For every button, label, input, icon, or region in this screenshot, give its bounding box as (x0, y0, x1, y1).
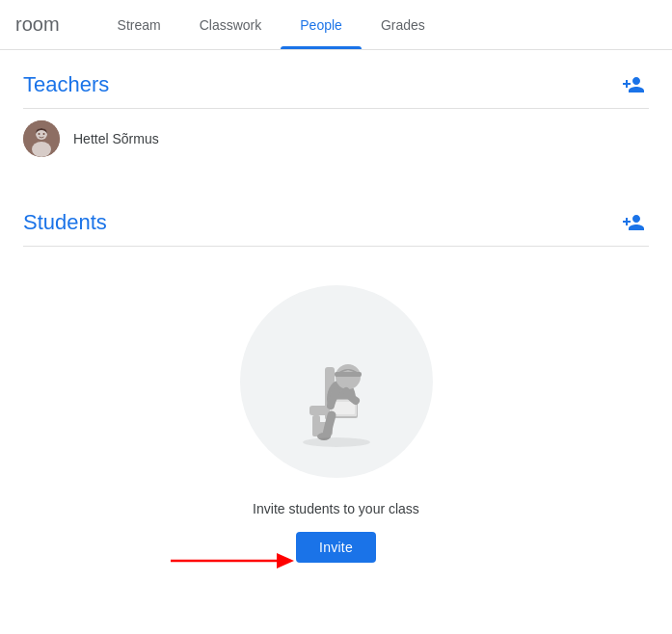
add-student-icon (622, 211, 645, 234)
nav: Stream Classwork People Grades (98, 0, 444, 49)
students-empty-state: Invite students to your class Invite (23, 247, 649, 582)
header: room Stream Classwork People Grades (0, 0, 672, 50)
empty-state-illustration (269, 314, 404, 449)
teacher-name: Hettel Sõrmus (73, 131, 159, 146)
arrow-annotation (171, 542, 296, 580)
students-section: Students (23, 188, 649, 582)
svg-point-2 (32, 142, 51, 157)
add-person-icon (622, 73, 645, 96)
nav-item-grades[interactable]: Grades (362, 0, 444, 49)
students-title: Students (23, 210, 107, 235)
teachers-section-header: Teachers (23, 50, 649, 109)
svg-marker-18 (277, 553, 294, 568)
avatar-image (23, 120, 60, 157)
invite-button[interactable]: Invite (296, 532, 376, 563)
empty-state-text: Invite students to your class (253, 501, 419, 516)
nav-item-stream[interactable]: Stream (98, 0, 180, 49)
nav-item-classwork[interactable]: Classwork (180, 0, 282, 49)
svg-point-16 (303, 437, 370, 447)
empty-illustration (240, 285, 433, 478)
app-title: room (15, 13, 60, 36)
add-student-button[interactable] (618, 207, 649, 238)
invite-wrapper: Invite (296, 532, 376, 563)
svg-point-4 (43, 133, 45, 135)
avatar (23, 120, 60, 157)
svg-rect-11 (335, 372, 362, 377)
add-teacher-button[interactable] (618, 69, 649, 100)
students-section-header: Students (23, 188, 649, 247)
nav-item-people[interactable]: People (281, 0, 362, 49)
teachers-section: Teachers (23, 50, 649, 169)
main-content: Teachers (0, 50, 672, 582)
teachers-title: Teachers (23, 72, 109, 97)
teacher-row: Hettel Sõrmus (23, 109, 649, 169)
svg-point-3 (39, 133, 40, 135)
